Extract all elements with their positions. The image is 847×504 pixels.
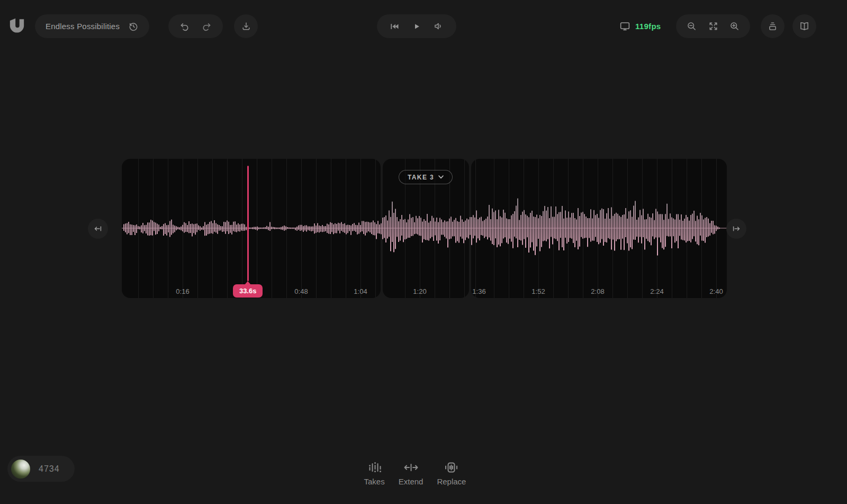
action-bar: Takes Extend bbox=[364, 461, 466, 486]
jump-right-icon[interactable] bbox=[726, 219, 746, 239]
takes-icon bbox=[367, 461, 381, 474]
history-icon[interactable] bbox=[128, 21, 139, 32]
play-icon[interactable] bbox=[412, 22, 421, 31]
skip-back-icon[interactable] bbox=[389, 21, 400, 32]
zoom-out-icon[interactable] bbox=[686, 21, 697, 32]
playhead-time-badge[interactable]: 33.6s bbox=[233, 284, 263, 298]
volume-icon[interactable] bbox=[433, 21, 444, 32]
fps-readout: 119fps bbox=[635, 22, 661, 31]
time-label: 1:04 bbox=[354, 287, 367, 295]
zoom-in-icon[interactable] bbox=[729, 21, 740, 32]
undo-button[interactable] bbox=[179, 21, 190, 32]
replace-icon bbox=[444, 461, 459, 474]
takes-button[interactable]: Takes bbox=[364, 461, 385, 486]
monitor-icon bbox=[619, 21, 630, 32]
chevron-down-icon bbox=[438, 175, 444, 179]
time-label: 2:24 bbox=[650, 287, 663, 295]
project-title-pill[interactable]: Endless Possibilities bbox=[35, 14, 149, 38]
replace-label: Replace bbox=[437, 477, 466, 486]
take-selector-label: TAKE 3 bbox=[408, 174, 434, 181]
udio-logo-icon[interactable] bbox=[8, 16, 25, 34]
extend-icon bbox=[403, 461, 418, 474]
download-button[interactable] bbox=[234, 14, 258, 38]
avatar bbox=[11, 460, 30, 479]
time-label: 2:08 bbox=[591, 287, 604, 295]
app-window: Endless Possibilities bbox=[0, 0, 847, 504]
time-label: 1:36 bbox=[472, 287, 485, 295]
replace-button[interactable]: Replace bbox=[437, 461, 466, 486]
jump-left-icon[interactable] bbox=[88, 219, 108, 239]
redo-button[interactable] bbox=[201, 21, 212, 32]
zoom-controls bbox=[676, 14, 750, 38]
time-label: 1:52 bbox=[531, 287, 545, 295]
time-label: 2:40 bbox=[709, 287, 723, 295]
expand-icon[interactable] bbox=[708, 21, 719, 32]
extend-button[interactable]: Extend bbox=[399, 461, 424, 486]
performance-indicator: 119fps bbox=[619, 14, 661, 38]
waveform-panel: TAKE 3 33.6s 0:160:481:041:201:361:522:0… bbox=[122, 159, 727, 298]
transport-controls bbox=[377, 14, 456, 38]
playhead-line[interactable] bbox=[247, 166, 249, 281]
stems-stack-icon[interactable] bbox=[761, 14, 785, 38]
waveform-path bbox=[123, 199, 720, 256]
edit-history-pill bbox=[168, 14, 223, 38]
extend-label: Extend bbox=[399, 477, 424, 486]
project-title: Endless Possibilities bbox=[46, 22, 120, 31]
take-selector[interactable]: TAKE 3 bbox=[399, 170, 453, 184]
time-label: 0:16 bbox=[176, 287, 189, 295]
library-book-icon[interactable] bbox=[792, 14, 816, 38]
time-label: 0:48 bbox=[294, 287, 308, 295]
time-label: 1:20 bbox=[413, 287, 426, 295]
user-credits-pill[interactable]: 4734 bbox=[7, 456, 75, 482]
credits-count: 4734 bbox=[39, 464, 60, 474]
takes-label: Takes bbox=[364, 477, 385, 486]
